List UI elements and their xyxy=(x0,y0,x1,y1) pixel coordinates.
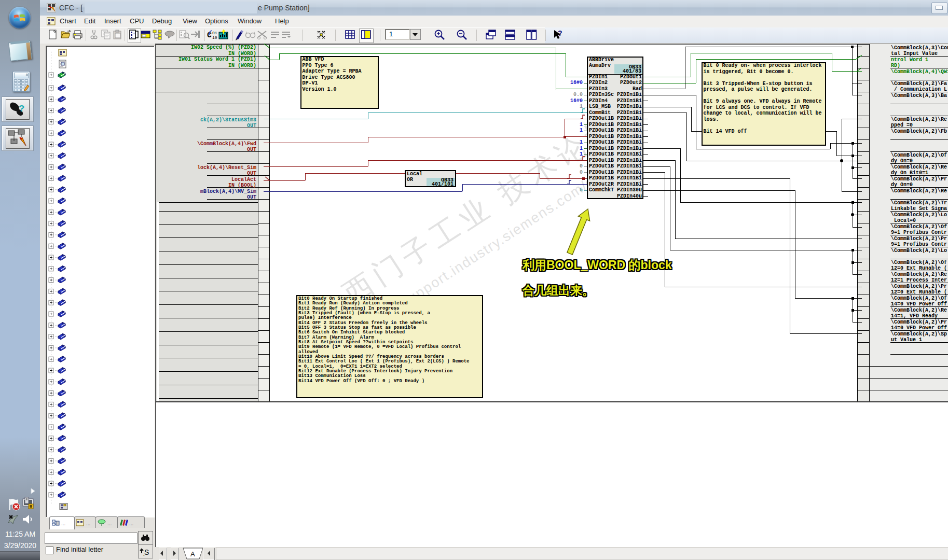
svg-text:A: A xyxy=(190,550,195,558)
